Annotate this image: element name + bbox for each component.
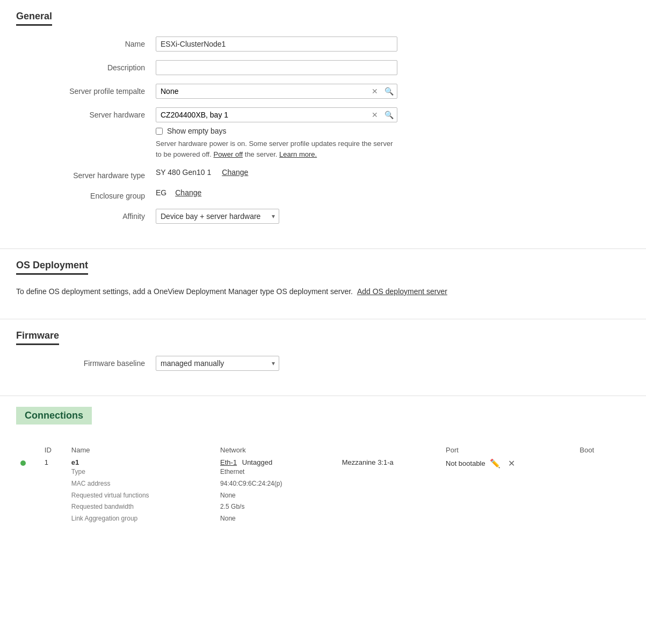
table-row: 1 e1 Type MAC address Requested virtual … — [16, 456, 630, 526]
server-hardware-type-value: SY 480 Gen10 1 — [156, 168, 211, 177]
enclosure-group-row: Enclosure group EG Change — [16, 188, 630, 200]
server-hardware-label: Server hardware — [16, 107, 156, 119]
server-hardware-control: ✕ 🔍 Show empty bays Server hardware powe… — [156, 107, 397, 159]
connection-port: Mezzanine 3:1-a — [342, 458, 394, 466]
enclosure-group-label: Enclosure group — [16, 188, 156, 200]
affinity-control: Device bay + server hardware Device bay — [156, 209, 279, 224]
sub-lag-label: Link Aggregation group — [71, 515, 137, 522]
server-profile-template-control: ✕ 🔍 — [156, 84, 397, 99]
col-id: ID — [40, 444, 67, 456]
connection-id: 1 — [45, 458, 48, 466]
enclosure-group-control: EG Change — [156, 188, 201, 197]
col-boot: Boot — [576, 444, 615, 456]
col-status — [16, 444, 40, 456]
firmware-baseline-select-wrapper: managed manually None — [156, 356, 279, 371]
server-hardware-type-row: Server hardware type SY 480 Gen10 1 Chan… — [16, 168, 630, 180]
add-os-deployment-link[interactable]: Add OS deployment server — [357, 287, 447, 296]
connection-boot: Not bootable — [446, 459, 485, 467]
server-profile-template-input[interactable] — [156, 84, 368, 98]
description-control — [156, 60, 397, 75]
sub-bw-label: Requested bandwidth — [71, 503, 134, 510]
server-hardware-type-value-row: SY 480 Gen10 1 Change — [156, 168, 248, 177]
name-input[interactable] — [156, 36, 397, 52]
connection-name-cell: e1 Type MAC address Requested virtual fu… — [67, 456, 216, 526]
connection-name: e1 — [71, 458, 79, 466]
server-hardware-type-label: Server hardware type — [16, 168, 156, 180]
enclosure-group-value: EG — [156, 188, 166, 197]
server-hardware-input[interactable] — [156, 108, 368, 122]
server-profile-template-input-wrapper: ✕ 🔍 — [156, 84, 397, 99]
clear-hardware-icon[interactable]: ✕ — [368, 111, 381, 119]
connections-table: ID Name Network Port Boot 1 e1 Type — [16, 444, 630, 526]
server-hardware-row: Server hardware ✕ 🔍 Show empty bays Serv… — [16, 107, 630, 159]
edit-connection-icon[interactable]: ✏️ — [490, 458, 500, 469]
os-deployment-title: OS Deployment — [16, 260, 88, 275]
firmware-baseline-control: managed manually None — [156, 356, 279, 371]
sub-type-label: Type — [71, 468, 85, 475]
connections-section: Connections ID Name Network Port Boot 1 — [0, 396, 646, 537]
sub-mac-value: 94:40:C9:6C:24:24(p) — [220, 480, 282, 487]
clear-template-icon[interactable]: ✕ — [368, 87, 381, 96]
os-deployment-section: OS Deployment To define OS deployment se… — [0, 249, 646, 319]
search-hardware-icon[interactable]: 🔍 — [381, 111, 397, 119]
connection-network-link[interactable]: Eth-1 — [220, 458, 237, 466]
description-input[interactable] — [156, 60, 397, 75]
status-dot — [20, 460, 26, 466]
connection-status-cell — [16, 456, 40, 526]
connection-network-tagged: Untagged — [242, 458, 272, 466]
general-title: General — [16, 11, 52, 26]
server-hardware-type-control: SY 480 Gen10 1 Change — [156, 168, 248, 177]
col-port: Port — [441, 444, 576, 456]
delete-connection-icon[interactable]: ✕ — [508, 458, 515, 469]
firmware-title: Firmware — [16, 330, 59, 345]
name-label: Name — [16, 36, 156, 48]
enclosure-group-change-link[interactable]: Change — [175, 188, 201, 197]
sub-vf-value: None — [220, 492, 236, 499]
show-empty-bays-checkbox[interactable] — [156, 128, 163, 135]
firmware-baseline-select[interactable]: managed manually None — [156, 356, 279, 371]
affinity-select-wrapper: Device bay + server hardware Device bay — [156, 209, 279, 224]
name-row: Name — [16, 36, 630, 52]
sub-vf-label: Requested virtual functions — [71, 492, 149, 499]
firmware-baseline-label: Firmware baseline — [16, 356, 156, 368]
firmware-section: Firmware Firmware baseline managed manua… — [0, 319, 646, 396]
sub-type-value: Ethernet — [220, 468, 244, 475]
col-actions — [615, 444, 630, 456]
firmware-baseline-row: Firmware baseline managed manually None — [16, 356, 630, 371]
show-empty-bays-row: Show empty bays — [156, 127, 397, 135]
enclosure-group-value-row: EG Change — [156, 188, 201, 197]
connection-id-cell: 1 — [40, 456, 67, 526]
description-row: Description — [16, 60, 630, 75]
connection-sub-info: Type MAC address Requested virtual funct… — [71, 466, 212, 524]
description-label: Description — [16, 60, 156, 72]
server-profile-template-label: Server profile tempalte — [16, 84, 156, 96]
show-empty-bays-label: Show empty bays — [167, 127, 227, 135]
name-control — [156, 36, 397, 52]
general-section: General Name Description Server profile … — [0, 0, 646, 249]
os-deployment-description: To define OS deployment settings, add a … — [16, 286, 630, 303]
affinity-label: Affinity — [16, 209, 156, 221]
server-profile-template-row: Server profile tempalte ✕ 🔍 — [16, 84, 630, 99]
connections-title: Connections — [16, 407, 92, 425]
learn-more-link[interactable]: Learn more. — [279, 150, 317, 158]
connection-network-sub-info: Ethernet 94:40:C9:6C:24:24(p) None 2.5 G… — [220, 466, 333, 524]
server-hardware-input-wrapper: ✕ 🔍 — [156, 107, 397, 122]
connection-boot-cell: Not bootable ✏️ ✕ — [441, 456, 576, 526]
search-template-icon[interactable]: 🔍 — [381, 87, 397, 96]
boot-actions: Not bootable ✏️ ✕ — [446, 458, 571, 469]
sub-lag-value: None — [220, 515, 236, 522]
affinity-row: Affinity Device bay + server hardware De… — [16, 209, 630, 224]
server-hardware-type-change-link[interactable]: Change — [222, 168, 248, 177]
sub-bw-value: 2.5 Gb/s — [220, 503, 244, 510]
power-off-link[interactable]: Power off — [213, 150, 243, 158]
col-network: Network — [216, 444, 441, 456]
affinity-select[interactable]: Device bay + server hardware Device bay — [156, 209, 279, 224]
connection-network-cell: Eth-1 Untagged Ethernet 94:40:C9:6C:24:2… — [216, 456, 338, 526]
power-warning-text: Server hardware power is on. Some server… — [156, 138, 397, 159]
col-name: Name — [67, 444, 216, 456]
sub-mac-label: MAC address — [71, 480, 111, 487]
connection-port-cell: Mezzanine 3:1-a — [338, 456, 441, 526]
connections-header-row: ID Name Network Port Boot — [16, 444, 630, 456]
